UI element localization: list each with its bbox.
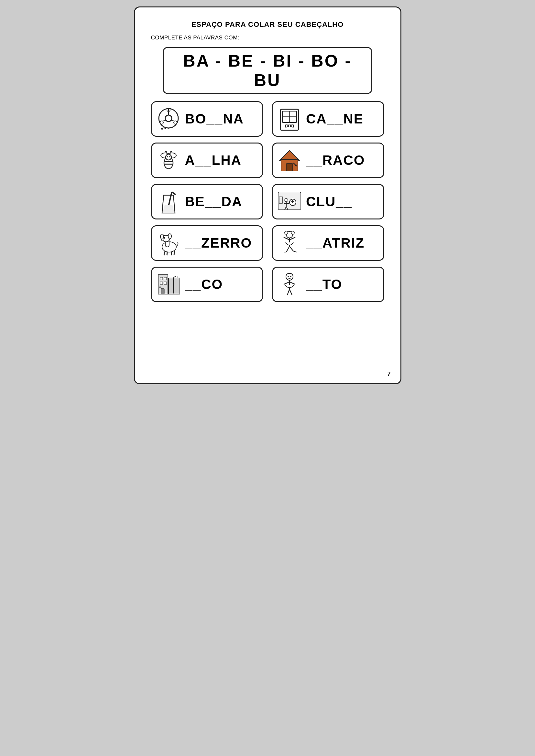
- svg-point-50: [161, 239, 164, 241]
- word-text-bobina: BO__NA: [185, 111, 244, 127]
- svg-marker-28: [280, 150, 299, 160]
- svg-rect-71: [161, 288, 164, 294]
- svg-point-26: [165, 151, 167, 152]
- deer-icon: [154, 229, 183, 257]
- header-title: ESPAÇO PARA COLAR SEU CABEÇALHO: [151, 20, 384, 29]
- svg-point-82: [290, 276, 292, 277]
- svg-line-79: [287, 289, 290, 295]
- svg-point-48: [168, 234, 171, 239]
- svg-line-34: [172, 192, 176, 195]
- svg-point-8: [161, 128, 163, 130]
- svg-rect-70: [164, 282, 167, 284]
- word-card-abelha: A__LHA: [151, 143, 263, 178]
- word-card-cabine: CA__NE: [272, 101, 384, 137]
- worksheet-page: ESPAÇO PARA COLAR SEU CABEÇALHO COMPLETE…: [134, 7, 401, 384]
- svg-point-23: [169, 156, 170, 157]
- svg-point-81: [288, 276, 289, 277]
- syllable-box: BA - BE - BI - BO - BU: [163, 47, 373, 94]
- svg-line-51: [164, 252, 165, 255]
- word-text-barraco: __RACO: [306, 152, 365, 168]
- word-card-barraco: __RACO: [272, 143, 384, 178]
- header-box: ESPAÇO PARA COLAR SEU CABEÇALHO: [151, 20, 384, 29]
- word-text-bailarina: __ATRIZ: [306, 235, 365, 251]
- word-card-bobina: BO__NA: [151, 101, 263, 137]
- svg-rect-69: [160, 282, 163, 284]
- shack-icon: [275, 146, 304, 175]
- svg-point-15: [290, 125, 292, 127]
- svg-line-61: [286, 246, 290, 252]
- svg-point-3: [174, 121, 177, 124]
- svg-line-52: [167, 252, 167, 255]
- svg-rect-67: [160, 277, 163, 280]
- word-card-bailarina: __ATRIZ: [272, 225, 384, 261]
- svg-point-27: [170, 151, 172, 152]
- svg-rect-13: [286, 124, 294, 128]
- svg-rect-66: [169, 278, 180, 294]
- svg-point-14: [287, 125, 289, 127]
- word-card-clube: CLU__: [272, 184, 384, 220]
- phonebooth-icon: [275, 104, 304, 133]
- svg-point-49: [163, 237, 165, 239]
- svg-text:21: 21: [159, 286, 161, 288]
- word-text-bebida: BE__DA: [185, 194, 242, 209]
- word-text-abelha: A__LHA: [185, 152, 241, 168]
- subtitle: COMPLETE AS PALAVRAS COM:: [151, 35, 384, 41]
- svg-point-4: [160, 121, 163, 124]
- svg-point-39: [285, 199, 288, 202]
- svg-point-47: [160, 234, 164, 239]
- reel-icon: [154, 104, 183, 133]
- words-grid: BO__NA CA__NE: [151, 101, 384, 302]
- soccer-icon: [275, 187, 304, 216]
- word-text-clube: CLU__: [306, 194, 352, 209]
- word-text-bezerro: __ZERRO: [185, 235, 252, 251]
- word-text-beco: __CO: [185, 277, 223, 292]
- svg-point-56: [285, 231, 288, 234]
- word-card-bebida: BE__DA: [151, 184, 263, 220]
- alley-icon: 21: [154, 270, 183, 299]
- svg-point-21: [166, 154, 171, 160]
- word-card-bezerro: __ZERRO: [151, 225, 263, 261]
- page-number: 7: [387, 371, 390, 378]
- svg-line-78: [290, 282, 295, 284]
- straw-icon: [154, 187, 183, 216]
- svg-line-53: [171, 252, 172, 255]
- word-text-boto: __TO: [306, 277, 342, 292]
- svg-point-22: [167, 156, 168, 157]
- svg-line-77: [284, 282, 290, 284]
- svg-point-73: [176, 276, 178, 278]
- svg-rect-30: [286, 164, 293, 171]
- girl-icon: [275, 270, 304, 299]
- svg-line-64: [294, 251, 296, 252]
- svg-line-62: [290, 246, 294, 251]
- word-card-boto: __TO: [272, 267, 384, 302]
- svg-line-80: [290, 289, 292, 295]
- svg-rect-68: [164, 277, 167, 280]
- bee-icon: [154, 146, 183, 175]
- word-text-cabine: CA__NE: [306, 111, 364, 127]
- svg-point-57: [291, 231, 294, 234]
- dancer-icon: [275, 229, 304, 257]
- svg-line-54: [174, 251, 174, 255]
- word-card-beco: 21 __CO: [151, 267, 263, 302]
